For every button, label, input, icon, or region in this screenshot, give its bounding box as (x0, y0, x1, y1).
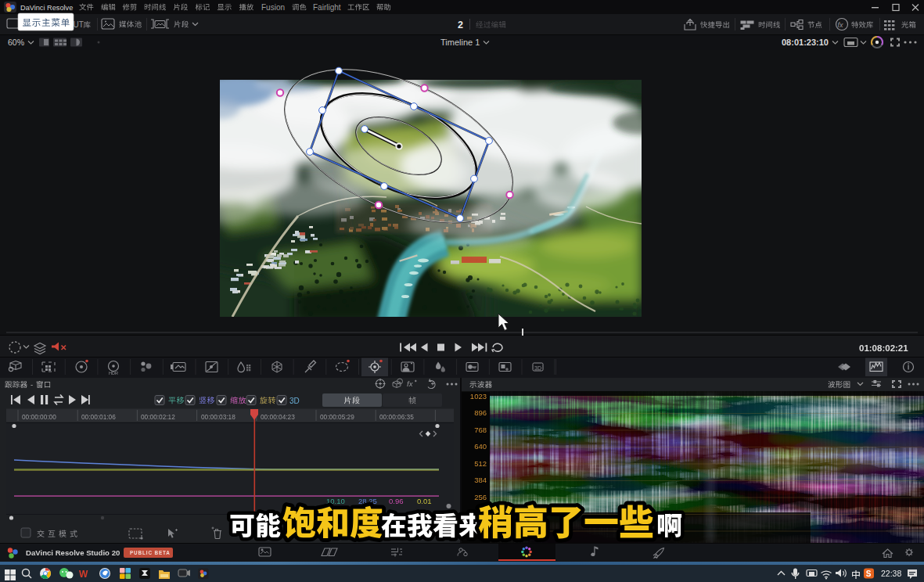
svg-text:08:01:23:10: 08:01:23:10 (782, 38, 829, 47)
svg-text:256: 256 (474, 493, 487, 501)
svg-text:Fusion: Fusion (261, 3, 285, 12)
svg-text:640: 640 (474, 442, 487, 451)
svg-text:512: 512 (474, 459, 487, 468)
svg-text:00:00:03:18: 00:00:03:18 (201, 413, 235, 421)
svg-text:00:00:02:12: 00:00:02:12 (141, 413, 175, 421)
svg-text:22:38: 22:38 (881, 569, 901, 578)
svg-text:00:00:01:06: 00:00:01:06 (81, 413, 116, 421)
svg-text:Timeline 1: Timeline 1 (440, 38, 480, 47)
svg-text:-: - (31, 380, 33, 389)
svg-text:768: 768 (474, 426, 487, 434)
svg-text:0.01: 0.01 (417, 497, 432, 505)
svg-text:W: W (79, 569, 88, 580)
svg-text:1023: 1023 (470, 392, 487, 401)
svg-text:00:00:00:00: 00:00:00:00 (22, 413, 56, 421)
svg-text:3D: 3D (534, 365, 541, 371)
svg-text:0.96: 0.96 (389, 497, 404, 505)
svg-text:01:08:02:21: 01:08:02:21 (859, 343, 908, 353)
svg-text:00:00:04:23: 00:00:04:23 (261, 413, 295, 421)
svg-text:2: 2 (458, 20, 463, 31)
svg-text:60%: 60% (8, 38, 24, 47)
svg-text:S: S (866, 569, 872, 578)
svg-text:Fairlight: Fairlight (313, 3, 341, 12)
svg-text:DaVinci Resolve: DaVinci Resolve (20, 4, 73, 12)
svg-text:896: 896 (474, 408, 487, 417)
svg-text:00:00:06:35: 00:00:06:35 (379, 413, 414, 421)
svg-text:00:00:05:29: 00:00:05:29 (320, 413, 354, 421)
svg-text:fx: fx (407, 379, 414, 388)
svg-text:3D: 3D (289, 397, 300, 405)
svg-text:HDR: HDR (109, 371, 118, 375)
svg-text:fx: fx (838, 21, 844, 29)
svg-text:PUBLIC BETA: PUBLIC BETA (130, 550, 171, 555)
svg-text:384: 384 (474, 476, 487, 484)
svg-text:DaVinci Resolve Studio 20: DaVinci Resolve Studio 20 (26, 548, 120, 557)
